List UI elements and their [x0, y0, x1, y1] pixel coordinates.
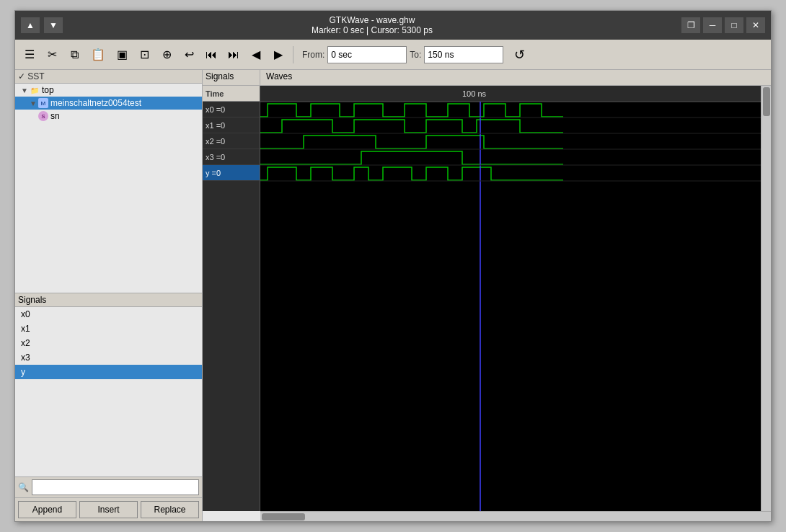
tree-label-mein: meinschaltnetz0054test — [50, 98, 141, 108]
folder-icon-top: 📁 — [30, 85, 40, 95]
search-bar: 🔍 — [15, 476, 202, 497]
left-panel: ✓ SST ▼ 📁 top ▼ M meinschaltnetz0054test — [15, 70, 203, 521]
waves-area: Signals Waves Time x0 =0 x1 =0 x2 =0 x3 … — [203, 70, 771, 521]
main-window: ▲ ▼ GTKWave - wave.ghw Marker: 0 sec | C… — [14, 10, 772, 522]
right-panel: Signals Waves Time x0 =0 x1 =0 x2 =0 x3 … — [203, 70, 771, 521]
action-buttons: Append Insert Replace — [15, 497, 202, 521]
restore-button[interactable]: ❐ — [681, 17, 700, 33]
signals-col-header: Signals — [203, 70, 260, 85]
go-start-button[interactable]: ⏮ — [201, 45, 221, 65]
close-button[interactable]: ✕ — [746, 17, 765, 33]
signals-panel: Signals x0 x1 x2 x3 y 🔍 Append Insert Re… — [15, 293, 202, 521]
undo-button[interactable]: ↩ — [179, 45, 199, 65]
vertical-scrollbar[interactable] — [761, 86, 771, 511]
waves-col-header: Waves — [260, 70, 771, 85]
prev-button[interactable]: ◀ — [246, 45, 266, 65]
minimize-window-button[interactable]: ─ — [703, 17, 722, 33]
zoom-fit-button[interactable]: ⊡ — [134, 45, 154, 65]
module-icon-mein: M — [38, 98, 48, 108]
titlebar-center: GTKWave - wave.ghw Marker: 0 sec | Curso… — [63, 15, 681, 35]
sig-row-x0: x0 =0 — [203, 102, 260, 118]
search-icon: 🔍 — [18, 482, 29, 492]
horizontal-scrollbar-thumb[interactable] — [262, 513, 305, 520]
go-end-button[interactable]: ⏭ — [224, 45, 244, 65]
tree-label-sn: sn — [50, 111, 60, 121]
sig-row-x3: x3 =0 — [203, 149, 260, 165]
toolbar: ☰ ✂ ⧉ 📋 ▣ ⊡ ⊕ ↩ ⏮ ⏭ ◀ ▶ From: To: ↺ — [15, 40, 771, 70]
sst-section: ✓ SST ▼ 📁 top ▼ M meinschaltnetz0054test — [15, 70, 202, 293]
next-button[interactable]: ▶ — [268, 45, 288, 65]
titlebar-left: ▲ ▼ — [21, 17, 63, 33]
panel-headers: Signals Waves — [203, 70, 771, 86]
sig-row-y: y =0 — [203, 165, 260, 181]
select-all-button[interactable]: ▣ — [112, 45, 132, 65]
tree-arrow-top: ▼ — [21, 87, 28, 94]
tree-item-meinschaltnetz[interactable]: ▼ M meinschaltnetz0054test — [15, 97, 202, 110]
sig-row-x1: x1 =0 — [203, 118, 260, 133]
paste-button[interactable]: 📋 — [87, 45, 110, 65]
from-label: From: — [302, 50, 324, 60]
main-content: ✓ SST ▼ 📁 top ▼ M meinschaltnetz0054test — [15, 70, 771, 521]
titlebar-controls: ❐ ─ □ ✕ — [681, 17, 765, 33]
horizontal-scrollbar[interactable] — [260, 511, 771, 521]
tree-item-top[interactable]: ▼ 📁 top — [15, 84, 202, 97]
zoom-in-button[interactable]: ⊕ — [156, 45, 177, 65]
insert-button[interactable]: Insert — [79, 501, 138, 518]
svg-text:100 ns: 100 ns — [462, 89, 487, 98]
time-header: Time — [203, 86, 260, 102]
menu-button[interactable]: ☰ — [19, 45, 40, 65]
signals-list[interactable]: x0 x1 x2 x3 y — [15, 307, 202, 476]
tree-label-top: top — [42, 85, 54, 95]
signal-item-x2[interactable]: x2 — [15, 336, 202, 350]
sst-label: ✓ SST — [18, 71, 45, 81]
signals-waves-wrapper: Signals Waves Time x0 =0 x1 =0 x2 =0 x3 … — [203, 70, 771, 521]
window-title: GTKWave - wave.ghw — [330, 15, 415, 25]
titlebar: ▲ ▼ GTKWave - wave.ghw Marker: 0 sec | C… — [15, 11, 771, 40]
to-input[interactable] — [424, 46, 503, 63]
window-subtitle: Marker: 0 sec | Cursor: 5300 ps — [312, 25, 433, 35]
from-to-group: From: To: ↺ — [302, 45, 529, 65]
search-input[interactable] — [32, 479, 199, 495]
maximize-button[interactable]: □ — [725, 17, 743, 33]
signal-item-x1[interactable]: x1 — [15, 322, 202, 336]
toolbar-separator — [293, 46, 293, 63]
signals-label: Signals — [18, 295, 46, 305]
to-label: To: — [410, 50, 421, 60]
signal-names-column: Time x0 =0 x1 =0 x2 =0 x3 =0 y =0 — [203, 86, 260, 511]
minimize-button[interactable]: ▲ — [21, 17, 40, 33]
signal-item-y[interactable]: y — [15, 365, 202, 379]
cut-button[interactable]: ✂ — [42, 45, 62, 65]
signal-icon-sn: S — [38, 111, 48, 121]
tree-item-sn[interactable]: S sn — [15, 110, 202, 123]
signals-header: Signals — [15, 293, 202, 307]
signal-item-x3[interactable]: x3 — [15, 350, 202, 365]
waveform-svg: 100 ns — [260, 86, 761, 511]
refresh-button[interactable]: ↺ — [509, 45, 529, 65]
from-input[interactable] — [327, 46, 407, 63]
vertical-scrollbar-thumb[interactable] — [763, 87, 770, 116]
svg-rect-0 — [260, 86, 761, 102]
append-button[interactable]: Append — [18, 501, 76, 518]
tree-arrow-mein: ▼ — [30, 99, 37, 107]
waveform-display[interactable]: 100 ns — [260, 86, 761, 511]
sst-header: ✓ SST — [15, 70, 202, 84]
dropdown-button[interactable]: ▼ — [44, 17, 63, 33]
copy-button[interactable]: ⧉ — [64, 45, 84, 65]
replace-button[interactable]: Replace — [141, 501, 199, 518]
sig-row-x2: x2 =0 — [203, 133, 260, 149]
combined-area: Time x0 =0 x1 =0 x2 =0 x3 =0 y =0 — [203, 86, 771, 511]
signal-item-x0[interactable]: x0 — [15, 307, 202, 322]
